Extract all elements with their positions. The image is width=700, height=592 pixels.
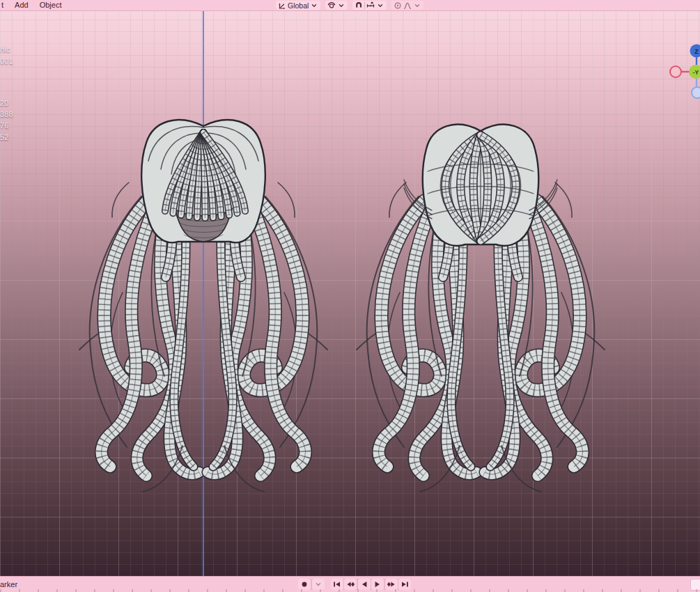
chevron-down-icon [310,1,318,10]
stat-verts: 20 [0,99,9,107]
orientation-axes-icon [278,1,286,10]
view-name-text: hic [0,45,10,54]
gizmo-z-ball[interactable]: Z [690,45,700,58]
falloff-curve-icon [403,1,412,10]
snap-controls [352,1,387,10]
snap-target-dropdown[interactable] [366,1,384,10]
gizmo-negx-ball[interactable] [670,66,681,77]
timeline-bar: arker [0,576,700,592]
chevron-down-icon [376,1,384,10]
chevron-down-icon [314,580,322,589]
snap-toggle-button[interactable] [355,1,363,10]
jump-to-end-icon [400,580,410,589]
hair-model-front [79,120,327,492]
menu-add[interactable]: Add [9,0,34,10]
chevron-down-icon [337,1,345,10]
stat-faces: 76 [0,121,9,130]
previous-keyframe-icon [345,580,355,589]
frame-number-field[interactable] [690,579,700,591]
hair-model-back [357,125,605,492]
separator [364,2,365,9]
pivot-point-dropdown[interactable] [325,1,348,10]
menu-select-partial[interactable]: t [0,0,9,10]
object-name-text: 001 [0,57,13,65]
play-icon [373,580,382,589]
pivot-point-icon [327,1,336,10]
playback-group [331,579,412,590]
header-menus: t Add Object [0,0,67,10]
proportional-edit-controls [391,1,423,10]
jump-to-end-button[interactable] [398,579,411,590]
gizmo-negy-label: -Y [693,69,699,76]
proportional-editing-icon [394,1,402,10]
stat-edges: 388 [0,110,13,118]
record-group [298,579,325,590]
chevron-down-icon [413,1,421,10]
hair-model-wireframe[interactable] [0,10,700,577]
proportional-edit-toggle[interactable] [394,1,402,10]
gizmo-negz-ball[interactable] [692,87,700,98]
orientation-label: Global [288,1,309,10]
blender-window: { "header": { "menus": [ { "label": "t" … [0,0,700,592]
next-keyframe-icon [387,580,396,589]
jump-to-start-button[interactable] [331,579,343,590]
gizmo-z-label: Z [694,48,699,55]
header-controls: Global [276,1,423,10]
record-button[interactable] [298,579,311,590]
stat-tris: 52 [0,133,9,141]
3d-viewport[interactable]: hic 001 20 388 76 52 Z -Y [0,10,700,577]
menu-object[interactable]: Object [34,0,68,10]
snap-magnet-icon [355,1,363,10]
navigation-gizmo[interactable]: Z -Y [661,41,700,101]
previous-keyframe-button[interactable] [344,579,357,590]
jump-to-start-icon [332,580,341,589]
viewport-header: t Add Object Global [0,0,700,11]
falloff-dropdown[interactable] [403,1,421,10]
gizmo-negy-ball[interactable]: -Y [689,65,700,79]
record-options-button[interactable] [312,579,325,590]
snap-target-icon [366,1,375,10]
timeline-menu-marker-partial[interactable]: arker [0,577,17,592]
play-reverse-button[interactable] [358,579,371,590]
transport-controls [298,579,411,590]
play-reverse-icon [360,580,368,589]
next-keyframe-button[interactable] [385,579,398,590]
transform-orientation-dropdown[interactable]: Global [276,1,320,10]
play-button[interactable] [371,579,384,590]
record-icon [300,580,309,589]
